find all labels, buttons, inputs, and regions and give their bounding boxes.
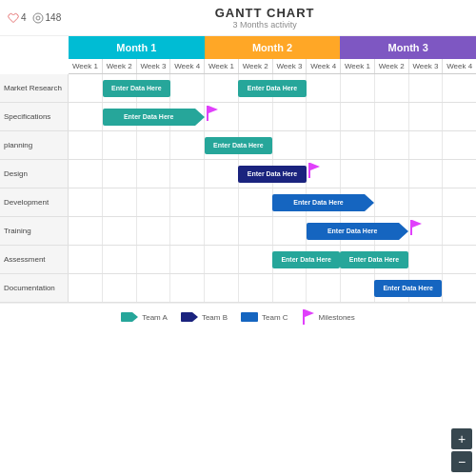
flag-icon [207,106,218,123]
legend-team-a: Team A [121,311,168,323]
grid-cells: Enter Data Here Enter Data Here [69,74,476,102]
grid-row: planning Enter Data Here [0,131,476,160]
likes-views: 4 148 [8,12,61,24]
gantt-bar[interactable]: Enter Data Here [238,74,306,102]
legend-team-c: Team C [241,312,288,322]
week-cell: Week 4 [442,59,476,73]
week-cell: Week 3 [136,59,170,73]
grid-cells: Enter Data Here [69,131,476,159]
week-header-row: Week 1 Week 2 Week 3 Week 4 Week 1 Week … [69,59,476,74]
legend-milestones: Milestones [302,309,355,325]
grid-row: Design Enter Data Here [0,160,476,188]
week-cell: Week 1 [69,59,102,73]
svg-rect-8 [303,309,305,325]
zoom-minus-button[interactable]: − [451,451,472,472]
row-label: Development [0,188,69,216]
grid-row: Assessment Enter Data Here [0,246,476,274]
grid-row: Development Enter Data Here [0,188,476,217]
grid-row: Specifications Enter Data Here [0,103,476,131]
gantt-bar[interactable]: Enter Data Here [307,217,408,245]
month-header-row: Month 1 Month 2 Month 3 [69,36,476,59]
svg-marker-7 [305,309,314,317]
week-cell: Week 1 [340,59,374,73]
grid-row: Market Research Enter Data Here [0,74,476,103]
row-label: Training [0,217,69,245]
row-label: Specifications [0,103,69,130]
gantt-bar[interactable]: Enter Data Here [103,103,205,130]
month-3: Month 3 [340,36,476,59]
svg-rect-2 [207,106,208,121]
row-label: Documentation [0,274,69,302]
svg-marker-3 [310,163,320,170]
top-bar: 4 148 GANTT CHART 3 Months activity [0,0,476,36]
gantt-bar[interactable]: Enter Data Here [272,246,340,273]
grid-cells: Enter Data Here Enter Data Here [69,246,476,273]
likes-count: 4 [8,12,27,24]
rows-wrapper: Market Research Enter Data Here [0,74,476,303]
gantt-bar[interactable]: Enter Data Here [340,246,407,273]
week-cell: Week 3 [272,59,307,73]
grid-cells: Enter Data Here [69,274,476,302]
grid-cells: Enter Data Here [69,103,476,130]
svg-marker-1 [208,106,218,113]
legend-area: Team A Team B Team C Milestones [0,303,476,330]
row-label: Assessment [0,246,69,273]
week-cell: Week 2 [102,59,136,73]
title-area: GANTT CHART 3 Months activity [61,6,468,30]
week-cell: Week 3 [408,59,443,73]
row-label: Design [0,160,69,188]
flag-icon [308,163,320,180]
week-cell: Week 4 [306,59,340,73]
gantt-bar[interactable]: Enter Data Here [272,188,374,216]
grid-cells: Enter Data Here [69,160,476,188]
week-cell: Week 4 [169,59,204,73]
gantt-bar[interactable]: Enter Data Here [205,131,272,159]
chart-title: GANTT CHART [61,6,468,20]
svg-rect-4 [308,163,310,178]
week-cell: Week 2 [374,59,408,73]
chart-area: Month 1 Month 2 Month 3 Week 1 Week 2 We… [0,36,476,303]
flag-icon [410,220,422,237]
month-1: Month 1 [69,36,205,59]
gantt-bar[interactable]: Enter Data Here [238,160,306,188]
zoom-plus-button[interactable]: + [451,428,472,449]
chart-subtitle: 3 Months activity [61,20,468,30]
grid-cells: Enter Data Here [69,217,476,245]
svg-rect-6 [410,220,412,235]
views-count: 148 [32,12,62,24]
grid-row: Training Enter Data Here [0,217,476,246]
grid-cells: Enter Data Here [69,188,476,216]
month-2: Month 2 [205,36,341,59]
gantt-bar[interactable]: Enter Data Here [103,74,170,102]
week-cell: Week 1 [204,59,238,73]
zoom-buttons: + − [451,428,472,472]
row-label: Market Research [0,74,69,102]
gantt-bar[interactable]: Enter Data Here [374,274,442,302]
grid-row: Documentation Enter Data Here [0,274,476,303]
svg-marker-5 [412,220,422,228]
row-label: planning [0,131,69,159]
legend-team-b: Team B [181,311,228,323]
week-cell: Week 2 [238,59,272,73]
svg-point-0 [33,13,43,23]
